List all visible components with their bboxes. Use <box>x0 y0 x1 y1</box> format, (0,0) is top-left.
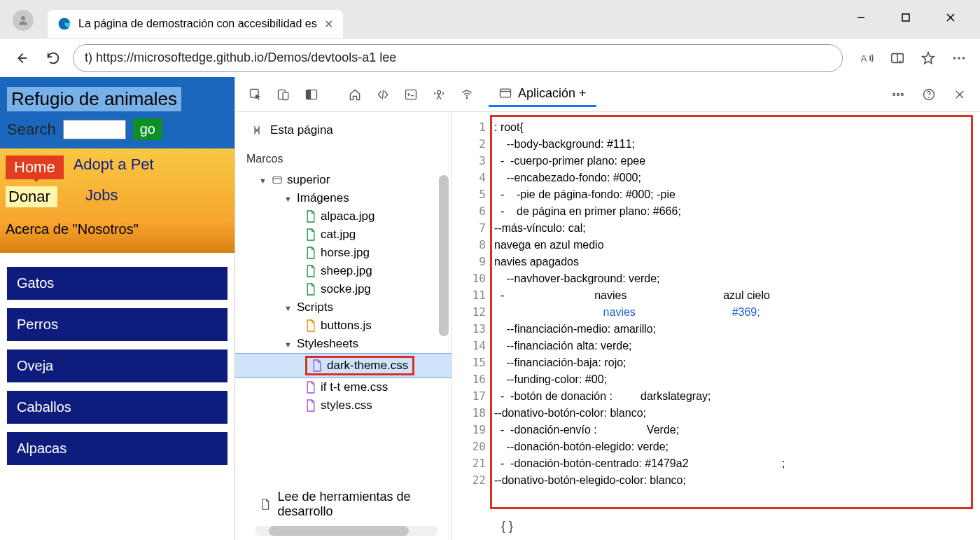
window-controls <box>847 7 980 38</box>
site-header: Refugio de animales Search go <box>0 77 234 148</box>
cat-oveja[interactable]: Oveja <box>7 349 227 382</box>
devtools-close-icon[interactable] <box>946 82 973 107</box>
search-input[interactable] <box>63 120 126 139</box>
nav-donar[interactable]: Donar <box>8 188 50 205</box>
tree-vertical-scrollbar[interactable] <box>439 175 449 336</box>
svg-rect-3 <box>902 14 909 21</box>
window-titlebar: La página de demostración con accesibili… <box>0 0 980 39</box>
tab-close-icon[interactable]: ✕ <box>324 18 333 31</box>
svg-text:A: A <box>861 53 867 63</box>
profile-avatar[interactable] <box>13 10 34 31</box>
tree-horizontal-scrollbar[interactable] <box>255 526 438 536</box>
file-dark-theme[interactable]: dark-theme.css <box>235 353 451 378</box>
svg-point-0 <box>21 16 25 20</box>
svg-rect-16 <box>406 90 416 99</box>
site-nav: Home Adopt a Pet Donar Jobs Acerca de "N… <box>0 148 234 253</box>
browser-tab[interactable]: La página de demostración con accesibili… <box>48 10 343 38</box>
svg-point-18 <box>466 97 468 99</box>
close-window-button[interactable] <box>937 7 965 28</box>
maximize-button[interactable] <box>892 7 920 28</box>
code-content[interactable]: : root{ --body-background: #111; - -cuer… <box>494 112 980 540</box>
svg-point-23 <box>901 93 903 95</box>
address-bar-row: t) https://microsoftedge.github.io/Demos… <box>0 39 980 77</box>
category-list: Gatos Perros Oveja Caballos Alpacas <box>0 253 234 479</box>
svg-rect-13 <box>283 92 288 99</box>
network-icon[interactable] <box>454 82 480 107</box>
read-aloud-icon[interactable]: A <box>854 46 879 71</box>
cat-perros[interactable]: Perros <box>7 308 227 341</box>
svg-rect-28 <box>273 176 281 183</box>
file-socke[interactable]: socke.jpg <box>245 280 451 298</box>
nav-home[interactable]: Home <box>6 155 64 179</box>
tree-bottom-label: Lee de herramientas de desarrollo <box>260 490 451 519</box>
address-bar[interactable]: t) https://microsoftedge.github.io/Demos… <box>73 44 843 72</box>
go-button[interactable]: go <box>133 118 162 140</box>
refresh-button[interactable] <box>41 46 66 71</box>
devtools-toolbar: Aplicación + <box>235 77 980 112</box>
svg-point-21 <box>893 93 895 95</box>
source-view: 12345678910111213141516171819202122 : ro… <box>452 112 980 540</box>
file-sheep[interactable]: sheep.jpg <box>245 262 451 280</box>
file-if-theme[interactable]: if t-t eme.css <box>245 378 451 396</box>
devtools-panel: Aplicación + Esta página Marcos superior <box>234 77 980 540</box>
svg-rect-15 <box>307 90 312 99</box>
frames-label: Marcos <box>246 153 451 165</box>
application-tab[interactable]: Aplicación + <box>489 82 596 107</box>
device-icon[interactable] <box>270 82 297 107</box>
svg-point-17 <box>438 90 441 94</box>
address-text: t) https://microsoftedge.github.io/Demos… <box>85 50 396 65</box>
svg-point-10 <box>962 57 965 59</box>
tree-images[interactable]: Imágenes <box>245 189 451 207</box>
file-styles[interactable]: styles.css <box>245 396 451 415</box>
edge-icon <box>57 17 71 31</box>
search-label: Search <box>7 120 56 139</box>
reading-view-icon[interactable] <box>885 46 910 71</box>
nav-about[interactable]: Acerca de "Nosotros" <box>6 221 229 237</box>
file-horse[interactable]: horse.jpg <box>245 244 451 262</box>
tree-stylesheets[interactable]: Stylesheets <box>245 335 451 353</box>
minimize-button[interactable] <box>847 7 875 28</box>
page-content: Refugio de animales Search go Home Adopt… <box>0 77 234 540</box>
nav-adopt[interactable]: Adopt a Pet <box>74 155 154 179</box>
cat-alpacas[interactable]: Alpacas <box>7 432 227 465</box>
favorite-icon[interactable] <box>916 46 941 71</box>
inspect-icon[interactable] <box>242 82 269 107</box>
console-icon[interactable] <box>398 82 424 107</box>
svg-point-22 <box>897 93 899 95</box>
tree-scripts[interactable]: Scripts <box>245 298 451 317</box>
site-title: Refugio de animales <box>7 87 181 111</box>
elements-icon[interactable] <box>370 82 396 107</box>
devtools-more-icon[interactable] <box>885 82 911 107</box>
brace-indicator[interactable]: { } <box>501 518 513 534</box>
file-buttons[interactable]: buttons.js <box>245 317 451 335</box>
line-gutter: 12345678910111213141516171819202122 <box>452 112 494 540</box>
home-icon[interactable] <box>342 82 368 107</box>
cat-caballos[interactable]: Caballos <box>7 391 227 424</box>
dock-icon[interactable] <box>298 82 325 107</box>
cat-gatos[interactable]: Gatos <box>7 267 227 300</box>
frames-tree: Esta página Marcos superior Imágenes alp… <box>235 112 452 540</box>
nav-jobs[interactable]: Jobs <box>85 186 118 207</box>
svg-point-25 <box>928 97 930 98</box>
svg-rect-19 <box>500 89 511 97</box>
svg-point-8 <box>953 57 955 59</box>
svg-point-9 <box>958 57 960 59</box>
more-icon[interactable] <box>946 46 972 71</box>
page-header[interactable]: Esta página <box>245 120 451 140</box>
tab-title: La página de demostración con accesibili… <box>78 18 317 30</box>
file-cat[interactable]: cat.jpg <box>245 226 451 244</box>
tree-top[interactable]: superior <box>245 171 451 189</box>
sources-icon[interactable] <box>426 82 452 107</box>
file-alpaca[interactable]: alpaca.jpg <box>245 207 451 226</box>
application-tab-label: Aplicación + <box>518 86 587 101</box>
back-button[interactable] <box>8 46 34 71</box>
help-icon[interactable] <box>916 82 942 107</box>
